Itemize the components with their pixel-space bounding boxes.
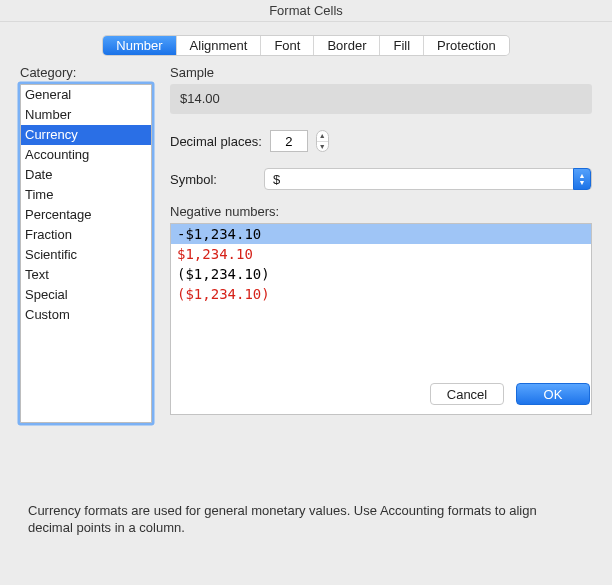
negative-numbers-label: Negative numbers: <box>170 204 592 219</box>
category-item[interactable]: Custom <box>21 305 151 325</box>
sample-label: Sample <box>170 65 592 80</box>
window-title: Format Cells <box>0 0 612 22</box>
category-label: Category: <box>20 65 152 80</box>
sample-value: $14.00 <box>170 84 592 114</box>
category-item[interactable]: General <box>21 85 151 105</box>
tab-number[interactable]: Number <box>103 36 176 55</box>
negative-number-item[interactable]: ($1,234.10) <box>171 264 591 284</box>
stepper-up-icon[interactable]: ▲ <box>317 131 328 142</box>
cancel-button[interactable]: Cancel <box>430 383 504 405</box>
category-item[interactable]: Text <box>21 265 151 285</box>
negative-number-item[interactable]: $1,234.10 <box>171 244 591 264</box>
category-item[interactable]: Currency <box>21 125 151 145</box>
symbol-value: $ <box>273 172 280 187</box>
category-item[interactable]: Date <box>21 165 151 185</box>
category-item[interactable]: Number <box>21 105 151 125</box>
category-list[interactable]: GeneralNumberCurrencyAccountingDateTimeP… <box>20 84 152 423</box>
ok-button[interactable]: OK <box>516 383 590 405</box>
negative-number-item[interactable]: ($1,234.10) <box>171 284 591 304</box>
negative-number-item[interactable]: -$1,234.10 <box>171 224 591 244</box>
category-item[interactable]: Fraction <box>21 225 151 245</box>
tab-protection[interactable]: Protection <box>424 36 509 55</box>
decimal-places-stepper[interactable]: ▲ ▼ <box>316 130 329 152</box>
category-item[interactable]: Accounting <box>21 145 151 165</box>
category-item[interactable]: Percentage <box>21 205 151 225</box>
symbol-label: Symbol: <box>170 172 256 187</box>
updown-icon: ▲▼ <box>573 168 591 190</box>
symbol-select[interactable]: $ ▲▼ <box>264 168 592 190</box>
category-item[interactable]: Special <box>21 285 151 305</box>
category-item[interactable]: Scientific <box>21 245 151 265</box>
tab-fill[interactable]: Fill <box>380 36 424 55</box>
format-hint: Currency formats are used for general mo… <box>28 502 580 536</box>
decimal-places-label: Decimal places: <box>170 134 262 149</box>
stepper-down-icon[interactable]: ▼ <box>317 142 328 152</box>
category-item[interactable]: Time <box>21 185 151 205</box>
tab-font[interactable]: Font <box>261 36 314 55</box>
decimal-places-input[interactable] <box>270 130 308 152</box>
tab-bar: NumberAlignmentFontBorderFillProtection <box>20 36 592 55</box>
tab-alignment[interactable]: Alignment <box>177 36 262 55</box>
tab-border[interactable]: Border <box>314 36 380 55</box>
